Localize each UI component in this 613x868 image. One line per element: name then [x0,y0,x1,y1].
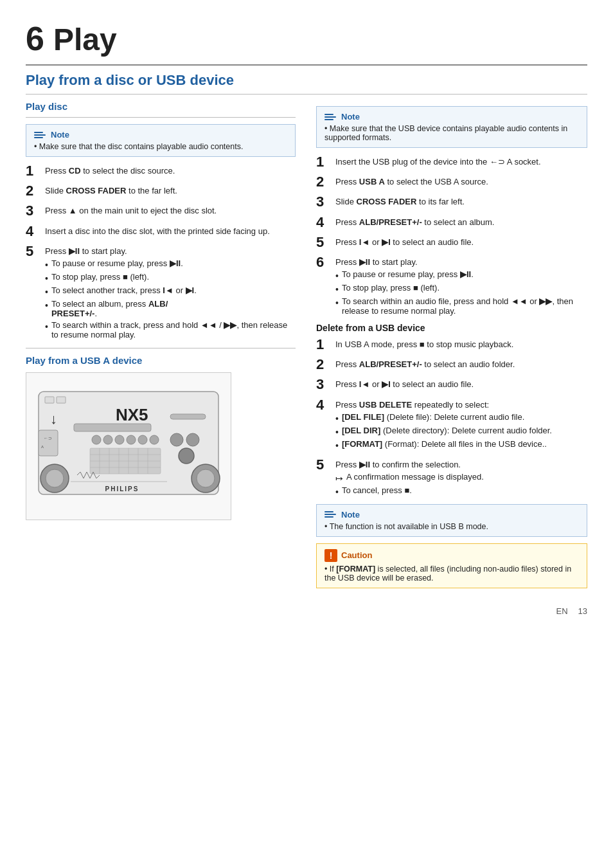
svg-point-32 [197,469,215,487]
svg-rect-4 [45,397,54,403]
svg-rect-1 [39,430,58,456]
note-box-disc: Note • Make sure that the disc contains … [26,124,296,157]
delete-heading: Delete from a USB device [316,323,587,333]
svg-point-26 [170,433,183,446]
svg-point-10 [115,435,124,444]
svg-text:←⊃: ←⊃ [44,436,52,440]
svg-point-8 [92,435,101,444]
disc-step-2: 2 Slide CROSS FADER to the far left. [26,183,296,199]
caution-box: ! Caution • If [FORMAT] is selected, all… [316,543,587,588]
note-icon-bottom [324,511,337,518]
play-disc-heading: Play disc [26,101,296,112]
usba-step-4: 4 Press ALB/PRESET+/- to select an album… [316,215,587,230]
del-step-2: 2 Press ALB/PRESET+/- to select an audio… [316,357,587,372]
disc-step-1: 1 Press CD to select the disc source. [26,163,296,179]
svg-point-9 [103,435,112,444]
svg-point-30 [46,469,64,487]
svg-text:NX5: NX5 [116,405,148,424]
usba-step-1: 1 Insert the USB plug of the device into… [316,154,587,170]
caution-icon: ! [324,549,337,562]
svg-point-28 [179,448,194,464]
disc-step-4: 4 Insert a disc into the disc slot, with… [26,224,296,239]
svg-point-27 [186,433,199,446]
page-footer: EN 13 [26,606,587,616]
disc-steps: 1 Press CD to select the disc source. 2 … [26,163,296,341]
delete-steps: 1 In USB A mode, press ■ to stop music p… [316,337,587,499]
note-box-usb: Note • Make sure that the USB device con… [316,106,587,148]
device-image: ←⊃ A ↓ [26,372,231,520]
usba-step-2: 2 Press USB A to select the USB A source… [316,174,587,190]
note-box-bottom: Note • The function is not available in … [316,504,587,537]
svg-text:↓: ↓ [50,411,57,427]
usba-step-3: 3 Slide CROSS FADER to its far left. [316,194,587,210]
note-icon-disc [34,132,47,138]
del-step-5: 5 Press ▶II to confirm the selection. ↦A… [316,457,587,499]
usba-steps: 1 Insert the USB plug of the device into… [316,154,587,318]
svg-text:PHILIPS: PHILIPS [105,485,139,493]
note-icon-usb [324,114,337,120]
disc-step-5: 5 Press ▶II to start play. •To pause or … [26,244,296,341]
disc-step-3: 3 Press ▲ on the main unit to eject the … [26,203,296,219]
svg-point-12 [138,435,147,444]
usba-step-5: 5 Press I◄ or ▶I to select an audio file… [316,235,587,250]
del-step-3: 3 Press I◄ or ▶I to select an audio file… [316,377,587,392]
svg-point-13 [150,435,159,444]
svg-text:A: A [41,445,44,449]
usba-step-6: 6 Press ▶II to start play. •To pause or … [316,255,587,318]
del-step-1: 1 In USB A mode, press ■ to stop music p… [316,337,587,352]
del-step-4: 4 Press USB DELETE repeatedly to select:… [316,397,587,453]
page-title: 6 Play [26,19,587,58]
svg-rect-25 [170,414,206,419]
play-usba-heading: Play from a USB A device [26,355,296,366]
svg-rect-7 [74,424,151,431]
svg-point-11 [127,435,136,444]
svg-rect-5 [57,397,66,403]
main-section-heading: Play from a disc or USB device [26,72,587,89]
